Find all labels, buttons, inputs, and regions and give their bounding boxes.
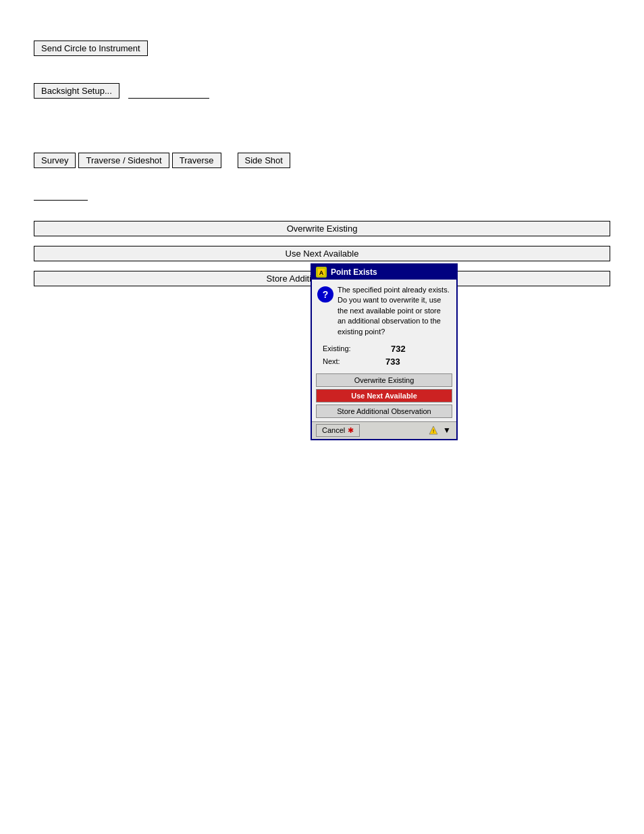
overwrite-existing-button[interactable]: Overwrite Existing	[34, 221, 610, 236]
existing-value: 732	[351, 344, 446, 354]
traverse-tab[interactable]: Traverse	[172, 153, 221, 168]
dialog-cancel-button[interactable]: Cancel ✱	[316, 424, 360, 437]
svg-text:A: A	[319, 269, 324, 276]
svg-text:!: !	[433, 428, 434, 434]
dialog-footer: Cancel ✱ ! ▼	[312, 421, 456, 439]
dialog-store-additional-button[interactable]: Store Additional Observation	[316, 405, 452, 418]
cancel-star-icon: ✱	[348, 426, 354, 435]
warning-icon: !	[428, 425, 439, 436]
dialog-question-icon: ?	[317, 286, 333, 303]
dialog-title-icon: A	[316, 267, 327, 278]
next-value: 733	[340, 357, 446, 367]
cancel-label: Cancel	[322, 426, 345, 434]
send-circle-button[interactable]: Send Circle to Instrument	[34, 41, 148, 56]
arrow-icon: ▼	[441, 425, 452, 436]
dialog-use-next-button[interactable]: Use Next Available	[316, 389, 452, 402]
backsight-setup-button[interactable]: Backsight Setup...	[34, 83, 119, 99]
side-shot-tab[interactable]: Side Shot	[238, 153, 290, 168]
tab-field	[34, 188, 88, 201]
existing-label: Existing:	[323, 344, 351, 353]
dialog-message: The specified point already exists. Do y…	[338, 285, 451, 337]
survey-tab[interactable]: Survey	[34, 153, 76, 168]
dialog-titlebar: A Point Exists	[312, 265, 456, 280]
point-exists-dialog: A Point Exists ? The specified point alr…	[311, 263, 458, 440]
dialog-title: Point Exists	[331, 267, 377, 277]
backsight-field	[128, 86, 209, 99]
traverse-sideshot-tab[interactable]: Traverse / Sideshot	[78, 153, 169, 168]
use-next-available-button[interactable]: Use Next Available	[34, 246, 610, 261]
next-label: Next:	[323, 357, 340, 365]
dialog-overwrite-button[interactable]: Overwrite Existing	[316, 373, 452, 387]
